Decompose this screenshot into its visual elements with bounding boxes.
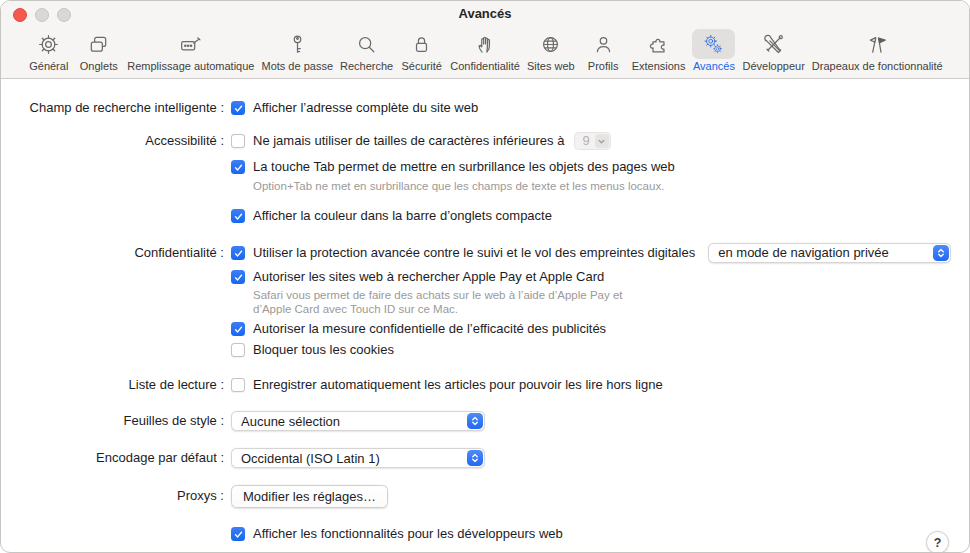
tab-websites[interactable]: Sites web: [527, 29, 575, 72]
person-icon: [582, 29, 625, 59]
traffic-lights: [13, 8, 71, 22]
tab-label: Recherche: [340, 60, 393, 72]
checkbox-row-ad-measurement[interactable]: Autoriser la mesure confidentielle de l’…: [231, 320, 969, 338]
checkbox-row-developer-features[interactable]: Afficher les fonctionnalités pour les dé…: [231, 525, 969, 543]
checkbox-label: Enregistrer automatiquement les articles…: [253, 376, 663, 394]
checkbox-label: Autoriser les sites web à rechercher App…: [253, 268, 604, 286]
tab-label: Sites web: [527, 60, 575, 72]
checkbox-offline-reading[interactable]: [231, 378, 245, 392]
hand-icon: [464, 29, 507, 59]
tabs-icon: [77, 29, 120, 59]
tab-label: Drapeaux de fonctionnalité: [812, 60, 943, 72]
tab-label: Avancés: [693, 60, 735, 72]
row-label-style-sheet: Feuilles de style :: [1, 411, 231, 431]
checkbox-row-show-full-address[interactable]: Afficher l’adresse complète du site web: [231, 99, 969, 117]
font-size-value: 9: [582, 132, 589, 150]
checkbox-label: Afficher la couleur dans la barre d’ongl…: [253, 207, 552, 225]
tab-passwords[interactable]: Mots de passe: [261, 29, 333, 72]
zoom-button[interactable]: [57, 8, 71, 22]
tab-feature-flags[interactable]: Drapeaux de fonctionnalité: [812, 29, 943, 72]
tab-label: Confidentialité: [450, 60, 520, 72]
checkbox-label: Afficher l’adresse complète du site web: [253, 99, 478, 117]
titlebar: Avancés: [1, 1, 969, 27]
checkbox-label: Utiliser la protection avancée contre le…: [253, 243, 695, 263]
help-button[interactable]: ?: [926, 531, 949, 553]
advanced-pane: Champ de recherche intelligente : Affich…: [1, 99, 969, 553]
checkbox-advanced-protection[interactable]: [231, 246, 245, 260]
apple-pay-note-line2: d’Apple Card avec Touch ID sur ce Mac.: [253, 302, 969, 316]
window-title: Avancés: [1, 1, 969, 27]
lock-icon: [400, 29, 443, 59]
window-chrome: Avancés Général Onglets: [1, 1, 969, 79]
checkbox-row-block-cookies[interactable]: Bloquer tous les cookies: [231, 341, 969, 359]
tab-autofill[interactable]: Remplissage automatique: [127, 29, 254, 72]
tab-developer[interactable]: Développeur: [742, 29, 804, 72]
minimize-button[interactable]: [35, 8, 49, 22]
apple-pay-note: Safari vous permet de faire des achats s…: [253, 288, 969, 316]
tab-label: Profils: [588, 60, 619, 72]
tab-tabs[interactable]: Onglets: [77, 29, 120, 72]
row-developer-features: Afficher les fonctionnalités pour les dé…: [1, 525, 969, 543]
tab-label: Développeur: [742, 60, 804, 72]
search-icon: [345, 29, 388, 59]
globe-icon: [529, 29, 572, 59]
checkbox-row-apple-pay[interactable]: Autoriser les sites web à rechercher App…: [231, 268, 969, 286]
tab-advanced[interactable]: Avancés: [692, 29, 735, 72]
gear-icon: [27, 29, 70, 59]
checkbox-label: Bloquer tous les cookies: [253, 341, 394, 359]
tab-label: Mots de passe: [261, 60, 333, 72]
stepper-icon: [467, 413, 483, 429]
private-browsing-select[interactable]: en mode de navigation privée: [708, 243, 951, 263]
row-label-accessibility: Accessibilité :: [1, 132, 231, 150]
autofill-icon: [169, 29, 212, 59]
checkbox-block-cookies[interactable]: [231, 343, 245, 357]
row-style-sheet: Feuilles de style : Aucune sélection: [1, 411, 969, 431]
close-button[interactable]: [13, 8, 27, 22]
preferences-toolbar: Général Onglets Remplissage automatique: [1, 27, 969, 78]
checkbox-label: Autoriser la mesure confidentielle de l’…: [253, 320, 606, 338]
checkbox-compact-tab-color[interactable]: [231, 209, 245, 223]
edit-proxy-settings-button[interactable]: Modifier les réglages…: [231, 485, 388, 508]
checkbox-row-advanced-protection[interactable]: Utiliser la protection avancée contre le…: [231, 243, 969, 263]
row-reading-list: Liste de lecture : Enregistrer automatiq…: [1, 376, 969, 394]
tab-label: Général: [29, 60, 68, 72]
key-icon: [276, 29, 319, 59]
checkbox-min-font-size[interactable]: [231, 134, 245, 148]
puzzle-icon: [637, 29, 680, 59]
tab-label: Sécurité: [402, 60, 442, 72]
style-sheet-select[interactable]: Aucune sélection: [231, 411, 485, 431]
checkbox-tab-highlight[interactable]: [231, 160, 245, 174]
checkbox-ad-measurement[interactable]: [231, 322, 245, 336]
safari-preferences-window: Avancés Général Onglets: [0, 0, 970, 553]
row-privacy: Confidentialité : Utiliser la protection…: [1, 243, 969, 359]
row-smart-search-field: Champ de recherche intelligente : Affich…: [1, 99, 969, 117]
checkbox-developer-features[interactable]: [231, 527, 245, 541]
checkbox-apple-pay[interactable]: [231, 270, 245, 284]
tab-label: Onglets: [80, 60, 118, 72]
tab-extensions[interactable]: Extensions: [632, 29, 686, 72]
row-proxies: Proxys : Modifier les réglages…: [1, 485, 969, 508]
checkbox-label: Afficher les fonctionnalités pour les dé…: [253, 525, 563, 543]
select-value: Aucune sélection: [241, 414, 340, 429]
checkbox-row-tab-highlight[interactable]: La touche Tab permet de mettre en surbri…: [231, 158, 969, 176]
row-label-proxies: Proxys :: [1, 485, 231, 506]
row-label-smart-search: Champ de recherche intelligente :: [1, 99, 231, 117]
checkbox-row-compact-tab-color[interactable]: Afficher la couleur dans la barre d’ongl…: [231, 207, 969, 225]
apple-pay-note-line1: Safari vous permet de faire des achats s…: [253, 288, 969, 302]
select-value: en mode de navigation privée: [718, 243, 889, 263]
checkbox-show-full-address[interactable]: [231, 101, 245, 115]
double-gear-icon: [692, 29, 735, 59]
default-encoding-select[interactable]: Occidental (ISO Latin 1): [231, 448, 485, 468]
row-label-reading-list: Liste de lecture :: [1, 376, 231, 394]
flags-icon: [856, 29, 899, 59]
tab-profiles[interactable]: Profils: [582, 29, 625, 72]
tab-privacy[interactable]: Confidentialité: [450, 29, 520, 72]
tab-search[interactable]: Recherche: [340, 29, 393, 72]
tab-general[interactable]: Général: [27, 29, 70, 72]
checkbox-row-offline-reading[interactable]: Enregistrer automatiquement les articles…: [231, 376, 969, 394]
checkbox-row-min-font-size[interactable]: Ne jamais utiliser de tailles de caractè…: [231, 132, 969, 150]
tab-security[interactable]: Sécurité: [400, 29, 443, 72]
row-accessibility: Accessibilité : Ne jamais utiliser de ta…: [1, 132, 969, 225]
tab-label: Remplissage automatique: [127, 60, 254, 72]
row-label-privacy: Confidentialité :: [1, 243, 231, 263]
